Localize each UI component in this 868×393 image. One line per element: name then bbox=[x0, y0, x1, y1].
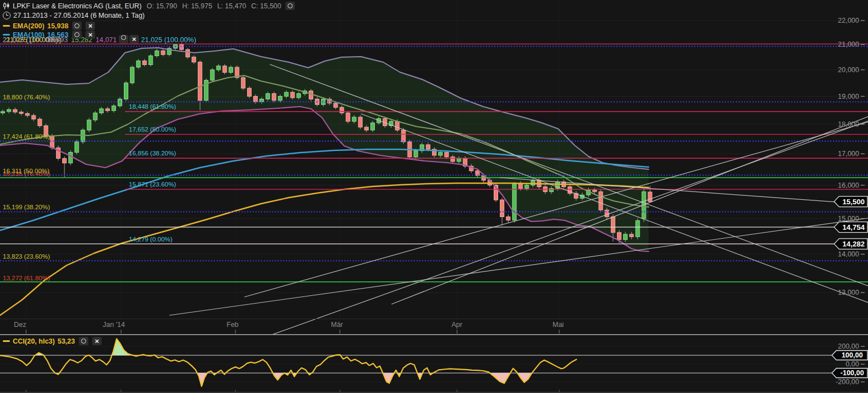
month-tick-label: Apr bbox=[451, 321, 462, 329]
cci-badge: 100,00 bbox=[832, 351, 867, 360]
svg-text:14,282: 14,282 bbox=[842, 240, 865, 248]
ohlc-low: L: 15,470 bbox=[217, 2, 246, 10]
price-chart-area[interactable]: 22,00021,00020,00019,00018,00017,00016,0… bbox=[0, 0, 868, 334]
fib-green-label: 13,272 (61.80%) bbox=[3, 275, 50, 281]
month-tick-label: Mai bbox=[553, 321, 564, 329]
price-badge: 15,500 bbox=[834, 196, 867, 207]
price-tick-label: 18,000 bbox=[838, 120, 859, 128]
fib-cyan-label: 15,871 (23.60%) bbox=[129, 181, 176, 188]
symbol-legend-row: LPKF Laser & Electronics AG (Last, EUR) … bbox=[3, 2, 295, 10]
ema100-legend-row: EMA(100) 16,563 × bbox=[3, 31, 95, 39]
cci-tick-label: 0,00 bbox=[846, 360, 859, 368]
month-tick-label: Dez bbox=[14, 321, 26, 329]
price-tick-label: 17,000 bbox=[838, 150, 859, 158]
price-badge: 14,282 bbox=[834, 239, 867, 249]
fib-yellow-label: 17,424 (61.80%) bbox=[3, 133, 50, 140]
cci-badge: -100,00 bbox=[832, 369, 867, 378]
cci-tick-label: -200,00 bbox=[836, 378, 859, 386]
month-tick-label: Feb bbox=[227, 321, 239, 329]
svg-text:-100,00: -100,00 bbox=[840, 369, 864, 377]
price-tick-label: 15,000 bbox=[838, 215, 859, 223]
ohlc-close: C: 15,500 bbox=[251, 2, 281, 10]
ohlc-open: O: 15,790 bbox=[147, 2, 177, 10]
fib-cyan-label: 18,448 (61.80%) bbox=[129, 103, 176, 110]
series-type-icon bbox=[3, 2, 10, 9]
clock-icon bbox=[3, 12, 11, 19]
date-range-label: 27.11.2013 - 27.05.2014 (6 Monate, 1 Tag… bbox=[13, 12, 145, 19]
fib-yellow-label: 16,311 (50.00%) bbox=[3, 168, 49, 174]
ohlc-high: H: 15,975 bbox=[182, 2, 212, 10]
price-tick-label: 19,000 bbox=[838, 93, 859, 100]
ema200-legend-row: EMA(200) 15,938 × bbox=[3, 22, 95, 30]
cci-close-icon[interactable]: × bbox=[92, 337, 102, 345]
fib-cyan-label: 17,652 (50.00%) bbox=[129, 126, 176, 133]
fib-close-icon[interactable]: × bbox=[129, 35, 139, 43]
cci-legend-row: CCI(20, hlc3) 53,23 × bbox=[3, 337, 102, 345]
price-tick-label: 13,000 bbox=[838, 289, 859, 296]
fib-cyan-label: 14,279 (0.00%) bbox=[129, 236, 173, 243]
ema200-color-swatch-icon bbox=[3, 25, 10, 27]
cci-value: 53,23 bbox=[58, 337, 75, 345]
cci-fill-below bbox=[0, 339, 576, 386]
fib-yellow-label: 18,800 (76.40%) bbox=[3, 94, 50, 100]
price-tick-label: 20,000 bbox=[838, 66, 859, 74]
cci-fill-above bbox=[0, 339, 576, 386]
ema200-close-icon[interactable]: × bbox=[86, 22, 95, 30]
cci-visibility-toggle-icon[interactable] bbox=[79, 337, 88, 345]
cci-color-swatch-icon bbox=[3, 340, 10, 342]
ema100-label: EMA(100) bbox=[13, 31, 44, 39]
price-badge: 14,754 bbox=[834, 222, 867, 233]
cci-line bbox=[0, 339, 576, 386]
series-visibility-toggle-icon[interactable] bbox=[285, 2, 295, 10]
ema100-value: 16,563 bbox=[47, 31, 68, 39]
month-tick-label: Mär bbox=[331, 321, 343, 329]
fib-cyan-100pct-label: 21,025 (100.00%) bbox=[141, 36, 196, 44]
ema100-visibility-toggle-icon[interactable] bbox=[72, 31, 82, 39]
month-tick-label: Jan '14 bbox=[103, 321, 125, 329]
fib-yellow-label: 13,823 (23.60%) bbox=[3, 253, 50, 260]
range-legend-row: 27.11.2013 - 27.05.2014 (6 Monate, 1 Tag… bbox=[3, 12, 145, 19]
symbol-title: LPKF Laser & Electronics AG (Last, EUR) bbox=[13, 2, 142, 10]
price-tick-label: 22,000 bbox=[838, 17, 859, 24]
ema100-close-icon[interactable]: × bbox=[86, 31, 95, 39]
cci-panel-area[interactable]: 200,000,00-200,00100,00-100,00 bbox=[0, 334, 868, 393]
ema200-visibility-toggle-icon[interactable] bbox=[72, 22, 82, 30]
ema100-color-swatch-icon bbox=[3, 34, 10, 36]
charting-application: 22,00021,00020,00019,00018,00017,00016,0… bbox=[0, 0, 868, 393]
fib-visibility-toggle-icon[interactable] bbox=[119, 35, 128, 43]
cci-grid bbox=[0, 346, 868, 382]
ema200-value: 15,938 bbox=[47, 22, 68, 30]
svg-text:15,500: 15,500 bbox=[842, 198, 865, 206]
cci-tick-label: 200,00 bbox=[838, 342, 859, 350]
fib-green-lines[interactable] bbox=[0, 178, 868, 282]
price-tick-label: 14,000 bbox=[838, 250, 859, 258]
ema200-label: EMA(200) bbox=[13, 22, 44, 30]
cci-label: CCI(20, hlc3) bbox=[13, 337, 55, 345]
fib-cyan-label: 16,856 (38.20%) bbox=[129, 150, 176, 157]
svg-text:100,00: 100,00 bbox=[841, 351, 862, 359]
svg-text:14,754: 14,754 bbox=[842, 223, 865, 231]
fib-yellow-label: 15,199 (38.20%) bbox=[3, 204, 50, 210]
time-axis[interactable]: DezJan '14FebMärAprMai bbox=[14, 321, 564, 334]
price-tick-label: 16,000 bbox=[838, 182, 859, 189]
bollinger-lower-value: 14,071 bbox=[96, 36, 117, 44]
price-tick-label: 21,000 bbox=[838, 41, 859, 48]
